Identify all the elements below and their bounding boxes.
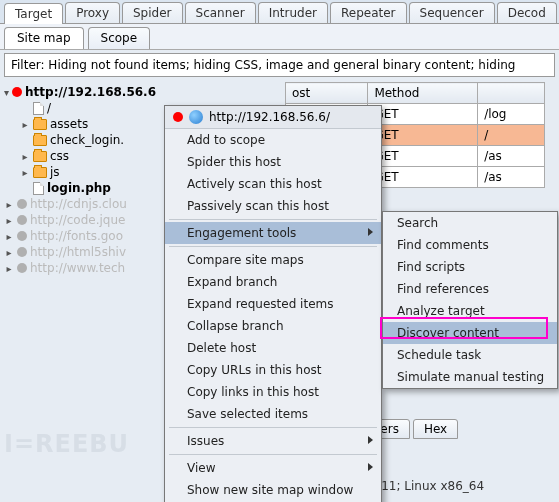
filter-bar[interactable]: Filter: Hiding not found items; hiding C…	[4, 53, 555, 77]
tree-item-login-php[interactable]: login.php	[4, 180, 155, 196]
tree-dim-item[interactable]: ▸http://cdnjs.clou	[4, 196, 155, 212]
tree-dim-item[interactable]: ▸http://code.jque	[4, 212, 155, 228]
tab-sequencer[interactable]: Sequencer	[409, 2, 495, 23]
ctx-active-scan[interactable]: Actively scan this host	[165, 173, 381, 195]
expand-icon[interactable]: ▸	[20, 167, 30, 178]
expand-icon[interactable]: ▸	[20, 119, 30, 130]
folder-icon	[33, 119, 47, 130]
tab-spider[interactable]: Spider	[122, 2, 183, 23]
ctx-view[interactable]: View	[165, 457, 381, 479]
separator	[169, 246, 377, 247]
ctx-add-to-scope[interactable]: Add to scope	[165, 129, 381, 151]
folder-icon	[33, 151, 47, 162]
sub-simulate-manual[interactable]: Simulate manual testing	[383, 366, 557, 388]
separator	[169, 219, 377, 220]
expand-icon[interactable]: ▸	[20, 151, 30, 162]
file-icon	[33, 102, 44, 115]
tree-item-assets[interactable]: ▸ assets	[4, 116, 155, 132]
sub-tabs: Site map Scope	[0, 24, 559, 50]
tree-item-css[interactable]: ▸ css	[4, 148, 155, 164]
dot-icon	[12, 87, 22, 97]
ctx-delete-host[interactable]: Delete host	[165, 337, 381, 359]
subtab-scope[interactable]: Scope	[88, 27, 151, 49]
ctx-expand-branch[interactable]: Expand branch	[165, 271, 381, 293]
col-host[interactable]: ost	[286, 83, 368, 104]
col-method[interactable]: Method	[368, 83, 478, 104]
ctx-compare-sitemaps[interactable]: Compare site maps	[165, 249, 381, 271]
tree-item-check-login[interactable]: check_login.	[4, 132, 155, 148]
sub-analyze-target[interactable]: Analyze target	[383, 300, 557, 322]
ctx-collapse-branch[interactable]: Collapse branch	[165, 315, 381, 337]
ctx-new-window[interactable]: Show new site map window	[165, 479, 381, 501]
sub-schedule-task[interactable]: Schedule task	[383, 344, 557, 366]
context-menu-title: http://192.168.56.6/	[165, 106, 381, 129]
tree-dim-item[interactable]: ▸http://html5shiv	[4, 244, 155, 260]
dot-icon	[17, 215, 27, 225]
tab-hex[interactable]: Hex	[413, 419, 458, 439]
separator	[169, 427, 377, 428]
tree-item-js[interactable]: ▸ js	[4, 164, 155, 180]
context-menu: http://192.168.56.6/ Add to scope Spider…	[164, 105, 382, 502]
ctx-passive-scan[interactable]: Passively scan this host	[165, 195, 381, 217]
col-url[interactable]	[478, 83, 545, 104]
tab-scanner[interactable]: Scanner	[185, 2, 256, 23]
sub-find-references[interactable]: Find references	[383, 278, 557, 300]
tree-item-root-slash[interactable]: /	[4, 100, 155, 116]
ctx-expand-requested[interactable]: Expand requested items	[165, 293, 381, 315]
subtab-sitemap[interactable]: Site map	[4, 27, 84, 49]
tab-decoder[interactable]: Decod	[497, 2, 557, 23]
dot-icon	[17, 199, 27, 209]
tree-dim-item[interactable]: ▸http://fonts.goo	[4, 228, 155, 244]
dot-icon	[173, 112, 183, 122]
globe-icon	[189, 110, 203, 124]
ctx-issues[interactable]: Issues	[165, 430, 381, 452]
dot-icon	[17, 231, 27, 241]
main-tabs: Target Proxy Spider Scanner Intruder Rep…	[0, 0, 559, 24]
file-icon	[33, 182, 44, 195]
ctx-copy-links[interactable]: Copy links in this host	[165, 381, 381, 403]
ctx-spider-host[interactable]: Spider this host	[165, 151, 381, 173]
tab-repeater[interactable]: Repeater	[330, 2, 407, 23]
sub-find-comments[interactable]: Find comments	[383, 234, 557, 256]
tree-dim-item[interactable]: ▸http://www.tech	[4, 260, 155, 276]
dot-icon	[17, 247, 27, 257]
tab-intruder[interactable]: Intruder	[258, 2, 328, 23]
tree-root[interactable]: ▾ http://192.168.56.6	[4, 84, 155, 100]
ctx-save-selected[interactable]: Save selected items	[165, 403, 381, 425]
tab-target[interactable]: Target	[4, 3, 63, 24]
separator	[169, 454, 377, 455]
dot-icon	[17, 263, 27, 273]
folder-icon	[33, 167, 47, 178]
ctx-copy-urls[interactable]: Copy URLs in this host	[165, 359, 381, 381]
folder-icon	[33, 135, 47, 146]
sub-search[interactable]: Search	[383, 212, 557, 234]
collapse-icon[interactable]: ▾	[4, 87, 9, 98]
sub-discover-content[interactable]: Discover content	[383, 322, 557, 344]
watermark: I=REEBU	[4, 430, 129, 458]
tab-proxy[interactable]: Proxy	[65, 2, 120, 23]
engagement-submenu: Search Find comments Find scripts Find r…	[382, 211, 558, 389]
sub-find-scripts[interactable]: Find scripts	[383, 256, 557, 278]
ctx-engagement-tools[interactable]: Engagement tools	[165, 222, 381, 244]
